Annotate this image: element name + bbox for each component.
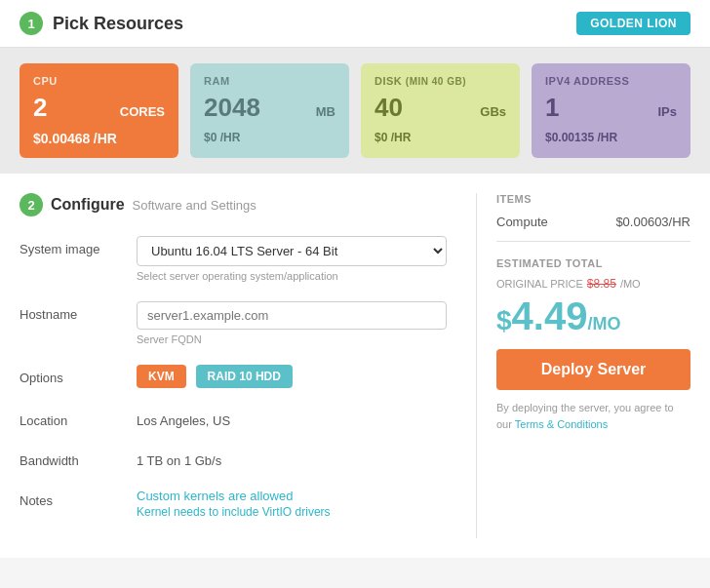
kvm-button[interactable]: KVM — [137, 365, 186, 388]
location-row: Location Los Angeles, US — [20, 408, 447, 428]
ram-label: RAM — [204, 75, 335, 87]
system-image-control: Ubuntu 16.04 LTS Server - 64 Bit Select … — [137, 236, 447, 282]
deploy-note-prefix: By deploying the server, you agree to — [496, 402, 674, 413]
ram-number: 2048 — [204, 93, 260, 123]
ram-value-row: 2048 MB — [204, 93, 335, 123]
step1-badge: 1 — [20, 12, 43, 35]
estimated-label: ESTIMATED TOTAL — [496, 257, 690, 269]
big-price-suffix: /MO — [587, 314, 620, 333]
cpu-card[interactable]: CPU 2 CORES $0.00468 /HR — [20, 63, 178, 158]
ram-card[interactable]: RAM 2048 MB $0 /HR — [190, 63, 349, 158]
hostname-input[interactable] — [137, 301, 447, 330]
original-price-value: $8.85 — [587, 277, 616, 291]
bandwidth-label: Bandwidth — [20, 448, 127, 468]
ipv4-unit: IPs — [657, 104, 677, 119]
cpu-price-suffix: /HR — [94, 131, 117, 146]
ram-price-prefix: $ — [204, 131, 211, 144]
disk-value-row: 40 GBs — [375, 93, 506, 123]
original-price-suffix: /MO — [620, 278, 641, 290]
cpu-price-prefix: $ — [33, 131, 41, 146]
hostname-row: Hostname Server FQDN — [20, 301, 447, 345]
hostname-hint: Server FQDN — [137, 333, 447, 345]
ipv4-value-row: 1 IPs — [545, 93, 677, 123]
hostname-label: Hostname — [20, 301, 127, 322]
cpu-number: 2 — [33, 93, 47, 123]
location-label: Location — [20, 408, 127, 428]
deploy-note-middle: our — [496, 418, 512, 430]
disk-unit: GBs — [480, 104, 506, 119]
cards-row: CPU 2 CORES $0.00468 /HR RAM 2048 MB $0 … — [20, 63, 690, 158]
disk-price-suffix: /HR — [391, 131, 412, 144]
raid-button[interactable]: RAID 10 HDD — [196, 365, 293, 388]
compute-price: $0.00603/HR — [615, 215, 690, 229]
configure-right: ITEMS Compute $0.00603/HR ESTIMATED TOTA… — [476, 193, 690, 538]
bandwidth-value: 1 TB on 1 Gb/s — [137, 448, 221, 468]
location-value: Los Angeles, US — [137, 408, 230, 428]
configure-header: 2 Configure Software and Settings — [20, 193, 447, 216]
deploy-note: By deploying the server, you agree to ou… — [496, 400, 690, 432]
notes-line1[interactable]: Custom kernels are allowed — [137, 489, 293, 503]
system-image-hint: Select server operating system/applicati… — [137, 270, 447, 282]
terms-link[interactable]: Terms & Conditions — [515, 418, 608, 430]
disk-price: $0 /HR — [375, 131, 506, 144]
user-badge: GOLDEN LION — [576, 12, 690, 35]
notes-row: Notes Custom kernels are allowed Kernel … — [20, 488, 447, 519]
compute-label: Compute — [496, 215, 548, 229]
configure-subtitle: Software and Settings — [133, 198, 256, 213]
ipv4-price-suffix: /HR — [597, 131, 617, 144]
cpu-value-row: 2 CORES — [33, 93, 165, 123]
items-label: ITEMS — [496, 193, 690, 205]
system-image-label: System image — [20, 236, 127, 256]
system-image-row: System image Ubuntu 16.04 LTS Server - 6… — [20, 236, 447, 282]
disk-number: 40 — [375, 93, 403, 123]
resources-section: CPU 2 CORES $0.00468 /HR RAM 2048 MB $0 … — [0, 48, 710, 174]
options-label: Options — [20, 365, 127, 385]
ram-price-suffix: /HR — [220, 131, 241, 144]
notes-line2: Kernel needs to include VirtIO drivers — [137, 505, 331, 519]
ipv4-card[interactable]: IPV4 ADDRESS 1 IPs $0.00135 /HR — [532, 63, 690, 158]
notes-label: Notes — [20, 488, 127, 508]
configure-title: Configure — [51, 196, 125, 214]
big-price-value: 4.49 — [512, 294, 588, 337]
ipv4-price-value: 0.00135 — [552, 131, 594, 144]
notes-control: Custom kernels are allowed Kernel needs … — [137, 488, 447, 519]
cpu-unit: CORES — [120, 104, 165, 119]
ipv4-price: $0.00135 /HR — [545, 131, 677, 144]
disk-card[interactable]: DISK (MIN 40 GB) 40 GBs $0 /HR — [361, 63, 520, 158]
ram-price: $0 /HR — [204, 131, 335, 144]
big-price-currency: $ — [496, 305, 512, 335]
ipv4-number: 1 — [545, 93, 559, 123]
big-price: $4.49/MO — [496, 294, 690, 337]
disk-price-value: 0 — [381, 131, 388, 144]
bandwidth-row: Bandwidth 1 TB on 1 Gb/s — [20, 448, 447, 468]
original-price-label: ORIGINAL PRICE — [496, 278, 583, 290]
cpu-label: CPU — [33, 75, 165, 87]
top-bar: 1 Pick Resources GOLDEN LION — [0, 0, 710, 48]
items-row: Compute $0.00603/HR — [496, 215, 690, 242]
disk-price-prefix: $ — [375, 131, 381, 144]
step1-title: Pick Resources — [53, 14, 183, 34]
cpu-price: $0.00468 /HR — [33, 131, 165, 146]
configure-section: 2 Configure Software and Settings System… — [0, 174, 710, 558]
cpu-price-value: 0.00468 — [41, 131, 91, 146]
deploy-button[interactable]: Deploy Server — [496, 349, 690, 390]
ipv4-price-prefix: $ — [545, 131, 552, 144]
ram-unit: MB — [316, 104, 335, 119]
ipv4-label: IPV4 ADDRESS — [545, 75, 677, 87]
configure-left: 2 Configure Software and Settings System… — [20, 193, 476, 538]
system-image-select[interactable]: Ubuntu 16.04 LTS Server - 64 Bit — [137, 236, 447, 266]
disk-label: DISK (MIN 40 GB) — [375, 75, 506, 87]
section-title: 1 Pick Resources — [20, 12, 183, 35]
original-price-row: ORIGINAL PRICE $8.85 /MO — [496, 277, 690, 291]
options-control: KVM RAID 10 HDD — [137, 365, 447, 388]
hostname-control: Server FQDN — [137, 301, 447, 345]
ram-price-value: 0 — [211, 131, 217, 144]
step2-badge: 2 — [20, 193, 43, 216]
options-row: Options KVM RAID 10 HDD — [20, 365, 447, 388]
